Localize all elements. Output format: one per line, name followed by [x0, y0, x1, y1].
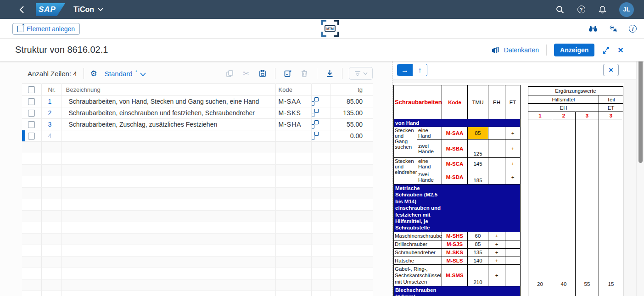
row-checkbox[interactable]	[28, 110, 35, 117]
datacard-row[interactable]: Gabel-, Ring-, Sechskantschlüssel mit Um…	[394, 264, 521, 286]
row-checkbox[interactable]	[28, 133, 35, 140]
et-flag: +	[505, 158, 521, 170]
col-header-kode[interactable]: Kode	[275, 84, 311, 96]
sap-logo-text: SAP	[36, 5, 56, 14]
table-row[interactable]: 2 Schraubarbeiten, einschrauben und fest…	[22, 107, 373, 119]
tool-label: Gabel-, Ring-, Sechskantschlüssel mit Um…	[394, 264, 442, 286]
kode-value[interactable]: M-SBA	[442, 140, 468, 158]
table-row-selected[interactable]: 4 0.00	[22, 130, 373, 142]
insert-element-icon[interactable]: ✶	[282, 67, 294, 79]
group-label: Stecken und Gang suchen	[394, 127, 417, 158]
settings-gears-icon[interactable]	[609, 25, 618, 33]
et-cell	[505, 240, 521, 248]
eh-flag: +	[488, 248, 505, 257]
row-tg: 55.00	[330, 119, 373, 130]
datacard-row[interactable]: Schraubendreher M-SKS 135 +	[394, 248, 521, 257]
avatar[interactable]: JL	[619, 2, 634, 17]
datacard-row[interactable]: Stecken und Gang suchen eine Hand M-SAA …	[394, 127, 521, 140]
select-all-checkbox[interactable]	[28, 86, 35, 93]
view-selector[interactable]: Standard*	[105, 70, 146, 78]
download-icon[interactable]	[324, 67, 336, 79]
row-nr: 3	[41, 119, 61, 130]
datacard-panel: → ↑ × Schraubarbeiten Kode TMU EH ET von…	[393, 61, 636, 296]
datacard-row[interactable]: Drillschrauber M-SJS 85 +	[394, 240, 521, 248]
notifications-bell-icon[interactable]	[598, 6, 606, 14]
datacard-row[interactable]: Maschinenschrauber M-SHS 60 +	[394, 232, 521, 240]
tmu-value: 185	[468, 170, 488, 184]
row-tg: 85.00	[330, 96, 373, 107]
row-checkbox[interactable]	[28, 98, 35, 105]
close-datacard-button[interactable]: ×	[603, 64, 619, 76]
kode-value[interactable]: M-SMS	[442, 264, 468, 286]
row-checkbox[interactable]	[28, 121, 35, 128]
insert-right-arrow-button[interactable]: →	[398, 64, 412, 76]
row-nr: 1	[41, 96, 61, 107]
product-switcher[interactable]: TiCon	[73, 0, 103, 19]
row-nr: 4	[41, 130, 61, 142]
col-header-nr[interactable]: Nr.	[41, 84, 61, 96]
datacard-row[interactable]: Stecken und eindrehen eine Hand M-SCA 14…	[394, 158, 521, 170]
row-nr: 2	[41, 107, 61, 119]
kode-value[interactable]: M-SKS	[442, 248, 468, 257]
tmu-value-highlighted[interactable]: 85	[468, 127, 488, 140]
row-tg: 0.00	[330, 130, 373, 142]
copy-icon[interactable]	[224, 67, 235, 79]
cut-scissors-icon[interactable]: ✂	[240, 67, 252, 79]
table-row[interactable]: 3 Schraubarbeiten, Zuschlag, zusätzliche…	[22, 119, 373, 130]
close-page-icon[interactable]: ×	[618, 45, 623, 55]
sub-label: eine Hand	[417, 158, 442, 170]
datacard-toolbar: → ↑ ×	[393, 61, 636, 79]
tmu-value: 135	[468, 248, 488, 257]
datacard-row[interactable]: Ratsche M-SLS 140 +	[394, 257, 521, 264]
paste-clipboard-icon[interactable]	[257, 67, 269, 79]
anzeigen-button[interactable]: Anzeigen	[554, 44, 594, 56]
erg-col-2: 2	[552, 112, 576, 119]
kode-value[interactable]: M-SJS	[442, 240, 468, 248]
exit-fullscreen-icon[interactable]	[602, 46, 610, 55]
navigate-up-arrow-button[interactable]: ↑	[412, 64, 427, 76]
tool-label: Ratsche	[394, 257, 442, 264]
svg-text:✶: ✶	[289, 70, 291, 73]
col-et: ET	[505, 85, 521, 119]
info-icon[interactable]: i	[629, 25, 637, 33]
sap-logo[interactable]: SAP	[36, 3, 65, 16]
kode-value[interactable]: M-SHS	[442, 232, 468, 240]
create-element-icon	[17, 26, 23, 32]
table-row[interactable]: 1 Schraubarbeiten, von Hand, Stecken und…	[22, 96, 373, 107]
col-header-bezeichnung[interactable]: Bezeichnung	[61, 84, 275, 96]
page-scrollbar[interactable]: ▲	[636, 39, 644, 296]
row-kode: M-SHA	[275, 119, 311, 130]
kode-value[interactable]: M-SCA	[442, 158, 468, 170]
eh-cell	[488, 158, 505, 170]
erg-eh: EH	[528, 104, 599, 112]
kode-value[interactable]: M-SDA	[442, 170, 468, 184]
erg-col-4: 3	[599, 112, 623, 119]
table-settings-gear-icon[interactable]: ⚙	[90, 69, 97, 78]
chevron-down-icon	[363, 72, 368, 75]
kode-value[interactable]: M-SLS	[442, 257, 468, 264]
search-icon[interactable]	[556, 6, 564, 14]
delete-trash-icon[interactable]	[298, 67, 310, 79]
tmu-value: 140	[468, 257, 488, 264]
datacard-title: Schraubarbeiten	[394, 85, 442, 119]
binoculars-search-icon[interactable]	[588, 25, 598, 32]
section-header-row: Blechschrauben (≤ 6mm)	[394, 286, 521, 296]
table-personalization-menu-button[interactable]	[349, 67, 373, 80]
group-label: Stecken und eindrehen	[394, 158, 417, 184]
datenkarten-button[interactable]: Datenkarten	[492, 46, 539, 54]
table-header-row: Nr. Bezeichnung Kode tg	[22, 84, 373, 96]
erg-value-4: 15	[600, 120, 622, 287]
eh-cell	[488, 170, 505, 184]
select-all-cell	[22, 84, 41, 96]
scrollbar-thumb[interactable]	[638, 50, 643, 163]
app-toolbar: Element anlegen MTM i	[0, 19, 644, 39]
section-von-hand: von Hand	[394, 119, 521, 127]
back-icon[interactable]	[19, 0, 24, 19]
kode-value[interactable]: M-SAA	[442, 127, 468, 140]
row-bezeichnung[interactable]	[61, 130, 275, 142]
element-anlegen-button[interactable]: Element anlegen	[12, 23, 80, 35]
help-icon[interactable]: ?	[577, 6, 585, 14]
col-eh: EH	[488, 85, 505, 119]
et-cell	[505, 264, 521, 286]
col-header-tg[interactable]: tg	[330, 84, 373, 96]
